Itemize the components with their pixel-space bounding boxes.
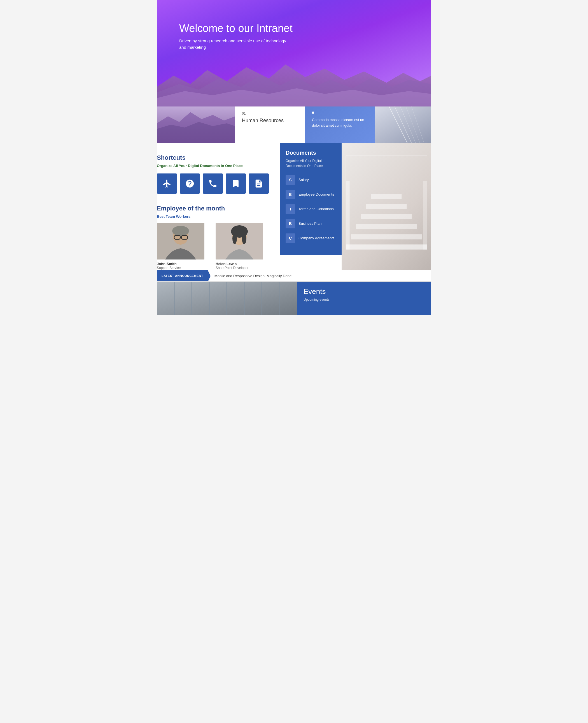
hero-text-block: Welcome to our Intranet Driven by strong… <box>179 22 293 51</box>
events-title: Events <box>303 287 424 296</box>
svg-rect-30 <box>346 181 350 250</box>
employee-2-image <box>216 223 263 260</box>
announcement-text: Mobile and Resposnive Design. Magically … <box>208 274 293 278</box>
svg-rect-28 <box>366 204 407 209</box>
documents-panel: Documents Organize All Your Digital Docu… <box>280 143 342 270</box>
svg-rect-24 <box>346 244 427 249</box>
card-building-image <box>375 106 431 143</box>
svg-point-22 <box>242 233 246 244</box>
card-dot <box>312 112 314 114</box>
announcement-bar: LATEST ANNOUNCEMENT Mobile and Resposniv… <box>157 270 431 282</box>
shortcuts-subtitle: Organize All Your Digital Documents in O… <box>157 164 269 168</box>
doc-item-salary[interactable]: S Salary <box>286 175 336 185</box>
doc-icon-employee: E <box>286 190 295 199</box>
card-description: Commodo massa diceam est un dolor sit am… <box>305 106 375 143</box>
doc-icon-salary: S <box>286 175 295 185</box>
employee-2-role: SharePoint Developer <box>216 266 269 270</box>
employee-subtitle: Best Team Workers <box>157 214 269 219</box>
svg-rect-26 <box>356 224 417 229</box>
shortcut-flight-button[interactable] <box>157 174 177 194</box>
svg-rect-27 <box>361 214 412 219</box>
svg-rect-25 <box>351 234 422 239</box>
doc-item-business[interactable]: B Business Plan <box>286 219 336 228</box>
doc-name-company: Company Agreements <box>298 236 335 241</box>
shortcut-support-button[interactable] <box>180 174 200 194</box>
documents-subtitle: Organize All Your Digital Documents in O… <box>286 158 336 168</box>
card-number: 01 <box>242 112 298 116</box>
bottom-row: Events Upcoming events <box>157 282 431 315</box>
events-panel: Events Upcoming events <box>297 282 431 315</box>
doc-item-employee[interactable]: E Employee Documents <box>286 190 336 199</box>
employee-1-image <box>157 223 204 260</box>
main-area: Shortcuts Organize All Your Digital Docu… <box>157 143 431 270</box>
employee-1-role: Support Service <box>157 266 210 270</box>
employee-1-name: John Smith <box>157 262 210 266</box>
card-mountain-image <box>157 106 235 143</box>
card-desc-text: Commodo massa diceam est un dolor sit am… <box>312 117 368 128</box>
doc-icon-terms: T <box>286 204 295 214</box>
hero-subtitle: Driven by strong research and sensible u… <box>179 38 291 51</box>
svg-point-14 <box>172 226 189 236</box>
doc-name-salary: Salary <box>298 178 309 182</box>
documents-title: Documents <box>286 149 336 156</box>
employee-card-2: Helen Lewis SharePoint Developer <box>216 223 269 270</box>
doc-icon-company: C <box>286 234 295 243</box>
phone-icon <box>208 179 217 188</box>
cards-row: 01 Human Resources Commodo massa diceam … <box>157 106 431 143</box>
left-column: Shortcuts Organize All Your Digital Docu… <box>157 143 280 270</box>
employee-photo-1 <box>157 223 204 260</box>
employee-2-name: Helen Lewis <box>216 262 269 266</box>
hero-title: Welcome to our Intranet <box>179 22 293 35</box>
shortcuts-grid <box>157 174 269 194</box>
stairs-image <box>342 143 431 270</box>
book-icon <box>231 179 240 188</box>
support-icon <box>185 179 195 188</box>
doc-name-terms: Terms and Conditions <box>298 207 334 212</box>
svg-point-21 <box>232 233 237 244</box>
document-icon <box>254 179 264 188</box>
employee-photo-2 <box>216 223 263 260</box>
doc-name-business: Business Plan <box>298 221 321 226</box>
employee-card-1: John Smith Support Service <box>157 223 210 270</box>
shortcut-book-button[interactable] <box>226 174 246 194</box>
plane-icon <box>162 179 172 188</box>
shortcuts-title: Shortcuts <box>157 154 269 161</box>
card-human-resources: 01 Human Resources <box>235 106 305 143</box>
doc-icon-business: B <box>286 219 295 228</box>
svg-rect-29 <box>371 194 402 199</box>
bottom-architecture-image <box>157 282 297 315</box>
doc-item-terms[interactable]: T Terms and Conditions <box>286 204 336 214</box>
documents-inner: Documents Organize All Your Digital Docu… <box>280 143 342 255</box>
events-subtitle: Upcoming events <box>303 298 424 302</box>
shortcut-document-button[interactable] <box>249 174 269 194</box>
employees-row: John Smith Support Service <box>157 223 269 270</box>
shortcut-phone-button[interactable] <box>203 174 223 194</box>
card-title: Human Resources <box>242 118 298 124</box>
announcement-label: LATEST ANNOUNCEMENT <box>157 270 208 281</box>
svg-rect-31 <box>423 181 427 250</box>
employee-title: Employee of the month <box>157 205 269 212</box>
doc-name-employee: Employee Documents <box>298 192 334 197</box>
mountains-decoration <box>157 62 431 106</box>
hero-section: Welcome to our Intranet Driven by strong… <box>157 0 431 106</box>
doc-item-company[interactable]: C Company Agreements <box>286 234 336 243</box>
